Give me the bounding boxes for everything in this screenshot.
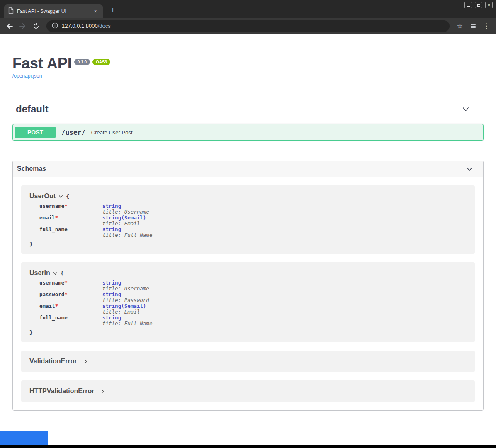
window-close-button[interactable]: × [485,2,493,8]
tab-title: Fast API - Swagger UI [17,8,89,14]
schema-property: full_name string title: Full_Name [39,226,467,238]
tab-close-icon[interactable]: × [92,8,99,14]
property-name: username* [39,280,102,292]
desktop-edge [0,445,496,448]
property-name: email* [39,303,102,315]
property-type: string($email) [102,303,146,309]
property-type: string [102,292,149,297]
new-tab-button[interactable]: + [108,5,118,15]
property-title: title: Full_Name [102,232,152,238]
model-httpvalidationerror: HTTPValidationError [21,380,475,402]
window-maximize-button[interactable] [475,2,482,8]
opblock-post-user-summary[interactable]: POST /user/ Create User Post [13,124,483,140]
schema-property: email* string($email) title: Email [39,215,467,226]
url-host: 127.0.0.1:8000 [62,23,98,29]
schemas-body: UserOut { username* string title: Userna… [13,177,483,410]
required-star: * [64,203,68,209]
browser-menu-button[interactable]: ⋮ [481,21,492,32]
site-info-icon[interactable] [52,22,58,30]
required-star: * [64,280,68,286]
window-minimize-button[interactable] [464,2,472,8]
chevron-right-icon [100,389,105,394]
property-type: string [102,203,149,209]
back-button[interactable] [4,21,15,32]
model-properties: username* string title: Username passwor… [39,280,467,326]
required-star: * [64,291,68,297]
property-details: string title: Username [102,280,149,292]
property-name: username* [39,203,102,215]
forward-button[interactable] [17,21,28,32]
url-text: 127.0.0.1:8000/docs [62,23,111,29]
property-name: full_name [39,226,102,238]
open-brace: { [61,270,64,276]
property-type: string [102,226,152,232]
property-type: string [102,280,149,286]
address-bar[interactable]: 127.0.0.1:8000/docs [46,20,450,32]
operation-summary: Create User Post [91,129,133,136]
status-bubble [0,431,48,445]
close-icon: × [488,3,490,7]
model-title: UserIn [29,269,50,277]
model-validationerror: ValidationError [21,351,475,372]
opblock-post-user: POST /user/ Create User Post [12,124,484,141]
model-userout-toggle[interactable]: UserOut { [29,192,467,200]
tab-strip: Fast API - Swagger UI × + × [0,0,496,18]
property-title: title: Email [102,309,146,315]
model-title: UserOut [29,192,56,200]
maximize-icon [477,4,480,7]
browser-tab[interactable]: Fast API - Swagger UI × [4,4,103,18]
tag-default-header[interactable]: default [12,102,484,119]
api-title: Fast API [12,55,72,72]
page-favicon-icon [8,7,14,15]
api-info: Fast API0.1.0OAS3 /openapi.json [12,55,484,79]
property-details: string title: Full_Name [102,226,152,238]
property-details: string($email) title: Email [102,215,146,226]
chevron-down-icon [466,165,473,173]
reload-icon[interactable] [31,21,41,32]
property-type: string [102,315,152,321]
schema-property: username* string title: Username [39,203,467,215]
openapi-json-link[interactable]: /openapi.json [12,73,42,79]
schema-property: email* string($email) title: Email [39,303,467,315]
schemas-title: Schemas [17,165,46,173]
window-controls: × [464,2,493,8]
schema-property: password* string title: Password [39,292,467,303]
model-userin-toggle[interactable]: UserIn { [29,269,467,277]
property-type: string($email) [102,215,146,221]
property-details: string title: Full_Name [102,315,152,326]
chevron-down-icon [58,194,63,199]
chevron-down-icon [53,271,58,275]
minimize-icon [467,6,470,7]
open-brace: { [66,193,69,200]
bookmark-star-icon[interactable]: ☆ [455,21,465,32]
model-title: ValidationError [29,358,77,365]
close-brace: } [29,329,467,336]
schemas-header[interactable]: Schemas [13,161,483,177]
model-title: HTTPValidationError [29,387,94,395]
page-content: Fast API0.1.0OAS3 /openapi.json default … [0,34,496,445]
property-name: email* [39,215,102,226]
property-title: title: Username [102,209,149,215]
property-name: full_name [39,315,102,326]
chevron-down-icon [462,105,469,113]
model-userout: UserOut { username* string title: Userna… [21,185,475,254]
property-details: string title: Username [102,203,149,215]
property-name: password* [39,292,102,303]
schema-property: full_name string title: Full_Name [39,315,467,326]
required-star: * [55,214,58,221]
schema-property: username* string title: Username [39,280,467,292]
required-star: * [55,303,58,309]
extensions-icon[interactable] [468,21,479,32]
url-path: /docs [98,23,111,29]
property-details: string title: Password [102,292,149,303]
property-title: title: Username [102,286,149,292]
property-title: title: Email [102,221,146,226]
model-httpvalidationerror-toggle[interactable]: HTTPValidationError [29,387,467,395]
browser-toolbar: 127.0.0.1:8000/docs ☆ ⋮ [0,18,496,34]
chevron-right-icon [83,359,88,364]
operation-path: /user/ [60,129,87,136]
model-userin: UserIn { username* string title: Usernam… [21,262,475,342]
model-validationerror-toggle[interactable]: ValidationError [29,357,467,365]
property-title: title: Password [102,297,149,303]
schemas-section: Schemas UserOut { [12,161,484,411]
